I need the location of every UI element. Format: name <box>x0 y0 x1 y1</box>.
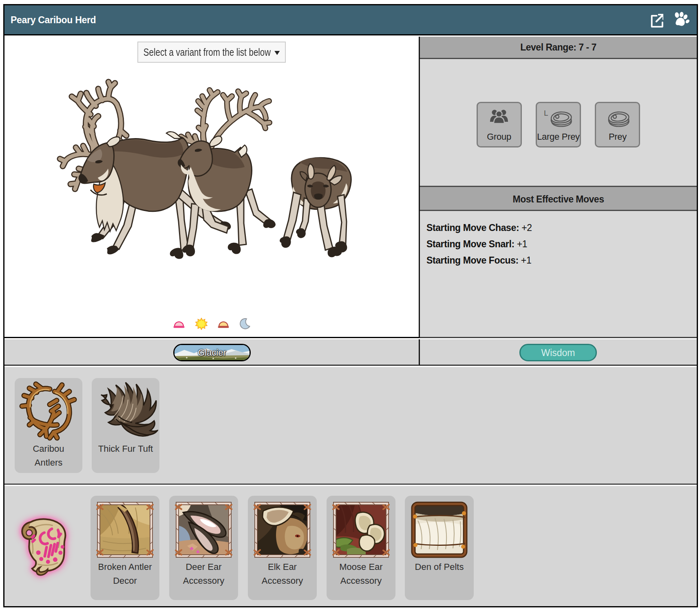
svg-text:L: L <box>544 109 548 117</box>
